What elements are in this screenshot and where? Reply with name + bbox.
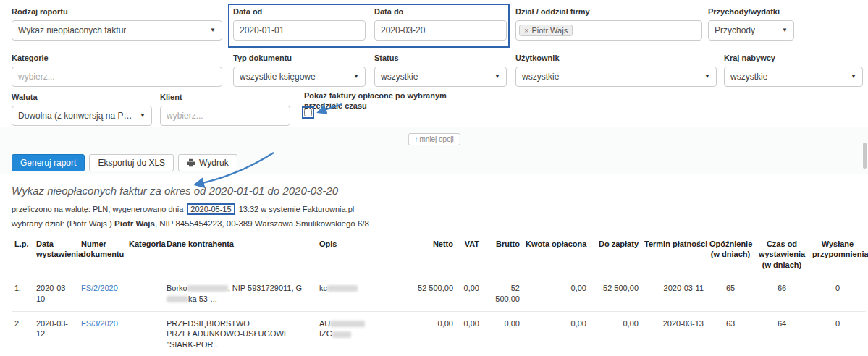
filter-label-typ-dokumentu: Typ dokumentu	[233, 54, 366, 64]
filter-kraj-nabywcy: Kraj nabywcy wszystkie ▼	[724, 54, 863, 87]
cell-lp: 2.	[12, 311, 33, 356]
chevron-down-icon: ▼	[210, 27, 216, 33]
filter-label-dzial: Dział / oddział firmy	[515, 7, 702, 17]
typ-dokumentu-select[interactable]: wszystkie księgowe ▼	[233, 67, 366, 87]
cell-kwota-oplacona: 0,00	[523, 276, 589, 311]
klient-input[interactable]	[160, 106, 290, 126]
cell-do-zaplaty: 0,00	[589, 311, 641, 356]
cell-numer: FS/2/2020	[78, 276, 126, 311]
cell-vat: 0,00	[456, 276, 482, 311]
dzial-tag-input[interactable]: × Piotr Wajs	[515, 20, 702, 41]
cell-kategoria	[126, 276, 164, 311]
filter-data-do: Data do	[374, 7, 507, 41]
wydruk-label: Wydruk	[199, 158, 229, 168]
report-page: Rodzaj raportu Wykaz nieopłaconych faktu…	[0, 0, 868, 356]
uzytkownik-select[interactable]: wszystkie ▼	[515, 67, 717, 87]
mniej-opcji-label: mniej opcji	[419, 135, 453, 143]
col-termin-platnosci: Termin płatności	[641, 236, 707, 276]
col-lp: L.p.	[12, 236, 33, 276]
table-header-row: L.p. Data wystawienia Numer dokumentu Ka…	[12, 236, 866, 276]
cell-kwota-oplacona: 0,00	[523, 311, 589, 356]
mniej-opcji-button[interactable]: ↑mniej opcji	[408, 133, 460, 145]
cell-opis: kc	[316, 276, 405, 311]
cell-czas-od: 66	[754, 276, 809, 311]
kontrahent-text: , NIP 5931729011, G	[228, 284, 302, 292]
filter-przychody-wydatki: Przychody/wydatki Przychody ▼	[708, 7, 794, 41]
filter-label-pokaz-oplacone: Pokaż faktury opłacone po wybranym przed…	[304, 91, 472, 111]
subtitle-after-date: 13:32 w systemie Fakturownia.pl	[239, 205, 355, 213]
redacted-text	[167, 296, 188, 302]
generuj-raport-label: Generuj raport	[20, 158, 76, 168]
cell-termin: 2020-03-13	[641, 311, 707, 356]
selected-value: wszystkie	[522, 72, 559, 82]
cell-netto: 52 500,00	[405, 276, 456, 311]
kraj-nabywcy-select[interactable]: wszystkie ▼	[724, 67, 863, 87]
redacted-text	[332, 331, 351, 338]
filter-klient: Klient	[160, 93, 290, 126]
table-row: 2. 2020-03-12 FS/3/2020 PRZEDSIĘBIORSTWO…	[12, 311, 866, 356]
cell-brutto: 52 500,00	[482, 276, 523, 311]
report-actions: Generuj raport Eksportuj do XLS Wydruk	[12, 154, 237, 171]
document-link[interactable]: FS/3/2020	[81, 319, 118, 328]
cell-data-wystawienia: 2020-03-10	[33, 276, 78, 311]
cell-kategoria	[126, 311, 164, 356]
data-do-input[interactable]	[374, 20, 507, 41]
selected-value: wszystkie księgowe	[240, 72, 316, 82]
chevron-down-icon: ▼	[494, 73, 500, 80]
filter-label-status: Status	[374, 54, 507, 64]
status-select[interactable]: wszystkie ▼	[374, 67, 507, 87]
col-kwota-oplacona: Kwota opłacona	[523, 236, 589, 276]
report-title: Wykaz nieopłaconych faktur za okres od 2…	[12, 185, 338, 197]
col-czas-od-wystawienia: Czas od wystawienia (w dniach)	[754, 236, 809, 276]
waluta-select[interactable]: Dowolna (z konwersją na PLN) ▼	[12, 106, 152, 126]
division-suffix: , NIP 8455454223, 00-389 Warszawa Smulik…	[155, 219, 369, 228]
opis-text: AU	[319, 319, 330, 328]
pokaz-oplacone-checkbox[interactable]	[304, 109, 312, 116]
cell-do-zaplaty: 52 500,00	[589, 276, 641, 311]
chevron-down-icon: ▼	[782, 27, 788, 33]
vertical-scrollbar[interactable]	[863, 143, 867, 169]
cell-opoznienie: 63	[707, 311, 754, 356]
filter-label-kategorie: Kategorie	[12, 54, 222, 64]
subtitle-before-date: przeliczono na walutę: PLN, wygenerowano…	[12, 205, 183, 213]
generuj-raport-button[interactable]: Generuj raport	[12, 154, 85, 171]
col-dane-kontrahenta: Dane kontrahenta	[164, 236, 316, 276]
cell-kontrahent: PRZEDSIĘBIORSTWO PRZEŁADUNKOWO-USŁUGOWE …	[164, 311, 316, 356]
filter-dzial: Dział / oddział firmy × Piotr Wajs	[515, 7, 702, 41]
rodzaj-raportu-select[interactable]: Wykaz nieopłaconych faktur ▼	[12, 20, 222, 41]
filter-status: Status wszystkie ▼	[374, 54, 507, 87]
highlight-box-checkbox	[302, 106, 314, 119]
filter-uzytkownik: Użytkownik wszystkie ▼	[515, 54, 717, 87]
cell-czas-od: 64	[754, 311, 809, 356]
col-brutto: Brutto	[482, 236, 523, 276]
chevron-down-icon: ▼	[851, 73, 856, 80]
data-od-input[interactable]	[233, 20, 366, 41]
col-do-zaplaty: Do zapłaty	[589, 236, 641, 276]
printer-icon	[187, 158, 195, 167]
filter-waluta: Waluta Dowolna (z konwersją na PLN) ▼	[12, 93, 152, 126]
chevron-down-icon: ▼	[140, 112, 146, 119]
document-link[interactable]: FS/2/2020	[81, 284, 118, 292]
eksportuj-xls-button[interactable]: Eksportuj do XLS	[89, 154, 174, 171]
przychody-wydatki-select[interactable]: Przychody ▼	[708, 20, 794, 41]
cell-vat: 0,00	[456, 311, 482, 356]
cell-opis: AU IZC	[316, 311, 405, 356]
wydruk-button[interactable]: Wydruk	[178, 154, 237, 171]
cell-wyslane: 0	[809, 276, 866, 311]
cell-kontrahent: Borko, NIP 5931729011, Gka 53-...	[164, 276, 316, 311]
filter-label-przychody: Przychody/wydatki	[708, 7, 794, 17]
filter-label-klient: Klient	[160, 93, 290, 103]
filter-label-data-od: Data od	[233, 7, 366, 17]
kategorie-input[interactable]	[12, 67, 222, 87]
kontrahent-text: Borko	[167, 284, 187, 292]
eksportuj-xls-label: Eksportuj do XLS	[98, 158, 165, 168]
col-netto: Netto	[405, 236, 456, 276]
remove-tag-icon[interactable]: ×	[524, 26, 528, 35]
filter-data-od: Data od	[233, 7, 366, 41]
col-opoznienie: Opóźnienie (w dniach)	[707, 236, 754, 276]
cell-wyslane: 0	[809, 311, 866, 356]
filter-label-rodzaj-raportu: Rodzaj raportu	[12, 7, 222, 17]
filter-pokaz-oplacone: Pokaż faktury opłacone po wybranym przed…	[304, 91, 472, 114]
chevron-down-icon: ▼	[353, 73, 359, 80]
cell-termin: 2020-03-11	[641, 276, 707, 311]
